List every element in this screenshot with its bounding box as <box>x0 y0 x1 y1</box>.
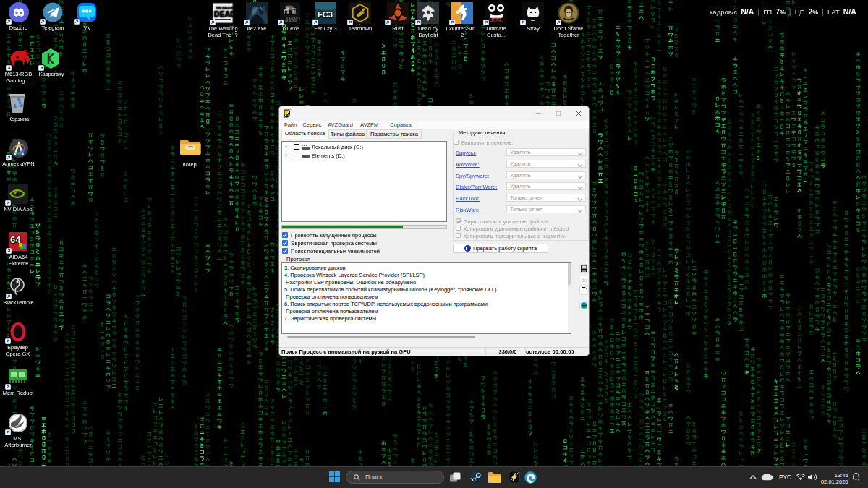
svg-text:WUKONG: WUKONG <box>285 20 297 23</box>
svg-text:THE WALKING: THE WALKING <box>216 7 234 9</box>
svg-text:FC3: FC3 <box>318 10 333 19</box>
svg-text:DEAD: DEAD <box>214 9 234 18</box>
svg-text:UCN: UCN <box>489 17 502 23</box>
